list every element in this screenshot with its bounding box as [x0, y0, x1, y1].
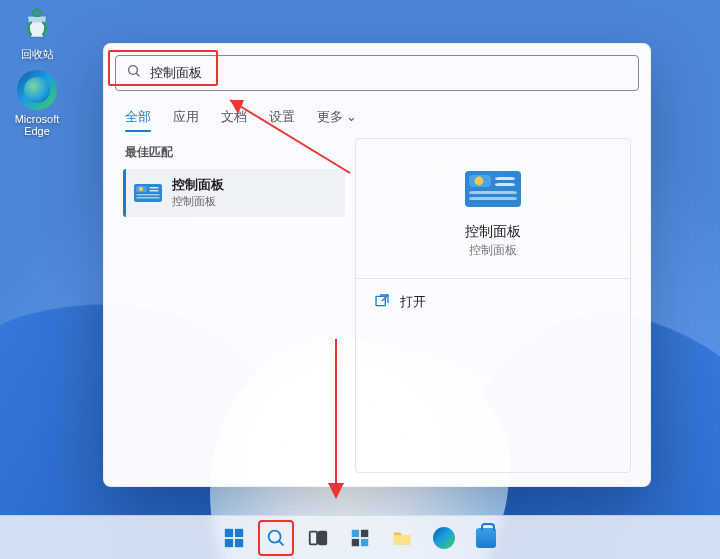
control-panel-icon — [465, 165, 521, 213]
search-icon — [265, 527, 287, 549]
svg-rect-15 — [469, 197, 517, 200]
search-tabs: 全部 应用 文档 设置 更多 — [103, 97, 651, 132]
svg-rect-13 — [495, 183, 515, 186]
tab-docs[interactable]: 文档 — [221, 103, 247, 132]
tab-apps[interactable]: 应用 — [173, 103, 199, 132]
taskbar-edge-button[interactable] — [427, 521, 461, 555]
open-icon — [374, 293, 390, 312]
result-subtitle: 控制面板 — [172, 194, 224, 209]
desktop-icon-edge[interactable]: Microsoft Edge — [6, 70, 68, 137]
result-title: 控制面板 — [172, 177, 224, 194]
folder-icon — [391, 527, 413, 549]
svg-rect-14 — [469, 191, 517, 194]
search-input[interactable] — [150, 66, 628, 81]
action-open-label: 打开 — [400, 294, 426, 311]
svg-rect-7 — [136, 194, 160, 196]
desktop-icon-label: Microsoft Edge — [6, 113, 68, 137]
section-header-best-match: 最佳匹配 — [125, 144, 343, 161]
svg-rect-32 — [361, 538, 368, 545]
svg-rect-5 — [149, 187, 159, 189]
svg-point-25 — [269, 530, 281, 542]
preview-pane: 控制面板 控制面板 打开 — [355, 138, 631, 473]
svg-rect-28 — [319, 531, 326, 544]
svg-rect-12 — [495, 177, 515, 180]
divider — [356, 278, 630, 279]
svg-rect-22 — [235, 528, 243, 536]
svg-rect-24 — [235, 538, 243, 546]
tab-settings[interactable]: 设置 — [269, 103, 295, 132]
widgets-icon — [349, 527, 371, 549]
svg-line-1 — [136, 73, 139, 76]
recycle-bin-icon — [17, 4, 57, 44]
taskbar-widgets-button[interactable] — [343, 521, 377, 555]
search-box[interactable] — [115, 55, 639, 91]
svg-rect-27 — [310, 531, 317, 544]
search-panel: 全部 应用 文档 设置 更多 最佳匹配 控制面板 控制面板 — [103, 43, 651, 487]
edge-icon — [17, 70, 57, 110]
taskbar-store-button[interactable] — [469, 521, 503, 555]
action-open[interactable]: 打开 — [372, 285, 614, 320]
svg-rect-8 — [136, 197, 160, 199]
result-control-panel[interactable]: 控制面板 控制面板 — [123, 169, 345, 217]
desktop: 回收站 Microsoft Edge 全部 应用 文档 设置 更多 最佳匹配 — [0, 0, 720, 559]
svg-point-4 — [139, 187, 143, 191]
svg-rect-16 — [376, 296, 385, 305]
edge-icon — [433, 527, 455, 549]
svg-rect-21 — [225, 528, 233, 536]
svg-rect-23 — [225, 538, 233, 546]
preview-title: 控制面板 — [372, 223, 614, 241]
results-column: 最佳匹配 控制面板 控制面板 — [123, 138, 345, 473]
taskbar — [0, 515, 720, 559]
desktop-icon-label: 回收站 — [6, 47, 68, 62]
control-panel-icon — [134, 182, 162, 204]
preview-subtitle: 控制面板 — [372, 243, 614, 258]
tab-all[interactable]: 全部 — [125, 103, 151, 132]
store-icon — [476, 528, 496, 548]
taskbar-search-button[interactable] — [259, 521, 293, 555]
taskbar-taskview-button[interactable] — [301, 521, 335, 555]
search-icon — [126, 63, 142, 83]
svg-rect-31 — [352, 538, 359, 545]
svg-rect-29 — [352, 529, 359, 536]
tab-more[interactable]: 更多 — [317, 103, 357, 132]
desktop-icon-recycle-bin[interactable]: 回收站 — [6, 4, 68, 62]
taskbar-explorer-button[interactable] — [385, 521, 419, 555]
svg-line-26 — [279, 540, 283, 544]
svg-point-0 — [129, 66, 138, 75]
svg-rect-30 — [361, 529, 368, 536]
windows-logo-icon — [223, 527, 245, 549]
taskbar-start-button[interactable] — [217, 521, 251, 555]
svg-rect-6 — [149, 190, 159, 192]
taskview-icon — [307, 527, 329, 549]
svg-point-11 — [475, 177, 484, 186]
